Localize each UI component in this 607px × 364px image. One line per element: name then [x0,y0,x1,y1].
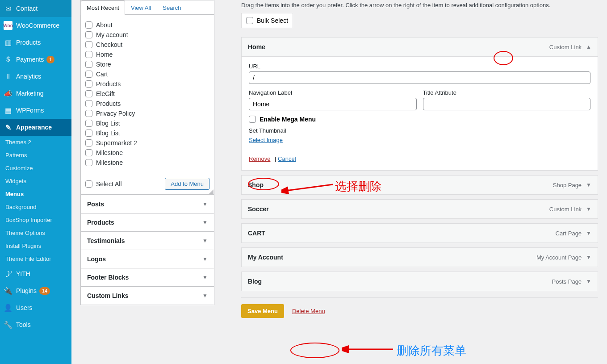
pages-checklist[interactable]: AboutMy accountCheckoutHomeStoreCartProd… [81,15,214,173]
title-attr-input[interactable] [423,98,591,110]
page-label: My account [96,31,128,38]
remove-link[interactable]: Remove [249,155,270,162]
page-checkbox-row[interactable]: Store [85,59,209,69]
page-checkbox[interactable] [85,41,92,48]
subitem-customize[interactable]: Customize [0,162,71,175]
subitem-theme-options[interactable]: Theme Options [0,226,71,239]
caret-down-icon[interactable]: ▼ [586,230,591,236]
mega-menu-checkbox[interactable] [249,116,256,123]
page-checkbox-row[interactable]: Checkout [85,40,209,50]
page-checkbox-row[interactable]: About [85,20,209,30]
page-checkbox[interactable] [85,139,92,146]
accordion-head-footer-blocks[interactable]: Footer Blocks▼ [80,268,214,287]
page-label: Blog List [96,130,120,137]
subitem-widgets[interactable]: Widgets [0,175,71,188]
accordion-label: Custom Links [87,292,129,299]
select-all-checkbox[interactable] [85,180,92,188]
sidebar-item-analytics[interactable]: ⫴Analytics [0,68,71,85]
menu-item-head[interactable]: ShopShop Page▼ [242,176,598,194]
page-checkbox-row[interactable]: Blog List [85,128,209,138]
menu-item-head[interactable]: Home Custom Link▲ [242,38,598,56]
subitem-themes[interactable]: Themes 2 [0,136,71,149]
subitem-menus[interactable]: Menus [0,188,71,201]
tab-search[interactable]: Search [157,0,187,15]
page-checkbox[interactable] [85,159,92,166]
page-checkbox-row[interactable]: Cart [85,69,209,79]
envelope-icon: ✉ [4,4,13,13]
page-checkbox[interactable] [85,31,92,38]
accordion-head-logos[interactable]: Logos▼ [80,250,214,268]
resize-handle-icon[interactable] [209,189,214,194]
sidebar-item-marketing[interactable]: 📣Marketing [0,85,71,102]
accordion-head-testimonials[interactable]: Testimonials▼ [80,232,214,250]
accordion-head-products[interactable]: Products▼ [80,213,214,232]
caret-down-icon[interactable]: ▼ [586,206,591,212]
select-image-link[interactable]: Select Image [249,137,283,143]
sidebar-item-tools[interactable]: 🔧Tools [0,316,71,333]
sidebar-item-plugins[interactable]: 🔌Plugins14 [0,282,71,299]
page-checkbox-row[interactable]: My account [85,30,209,40]
page-checkbox[interactable] [85,71,92,78]
url-input[interactable] [249,71,590,84]
mega-menu-row[interactable]: Enable Mega Menu [249,116,590,123]
bulk-select-checkbox[interactable] [246,17,253,24]
accordion-head-custom-links[interactable]: Custom Links▼ [80,287,214,305]
page-checkbox[interactable] [85,21,92,29]
bulk-select-box[interactable]: Bulk Select [241,13,293,28]
sidebar-item-contact[interactable]: ✉Contact [0,0,71,17]
subitem-theme-file-editor[interactable]: Theme File Editor [0,252,71,265]
cancel-link[interactable]: Cancel [278,155,296,162]
page-checkbox[interactable] [85,130,92,137]
page-checkbox-row[interactable]: Products [85,79,209,89]
select-all-row[interactable]: Select All [85,179,122,189]
sidebar-item-users[interactable]: 👤Users [0,299,71,316]
menu-item-head[interactable]: CARTCart Page▼ [242,224,598,243]
sidebar-item-yith[interactable]: 𝓨YITH [0,265,71,282]
page-checkbox[interactable] [85,149,92,156]
page-checkbox-row[interactable]: Products [85,99,209,109]
page-checkbox-row[interactable]: Privacy Policy [85,109,209,118]
page-checkbox-row[interactable]: Blog List [85,118,209,128]
page-checkbox[interactable] [85,120,92,127]
page-checkbox-row[interactable]: EleGift [85,89,209,99]
tab-view-all[interactable]: View All [125,0,157,15]
subitem-patterns[interactable]: Patterns [0,149,71,162]
page-checkbox[interactable] [85,61,92,68]
subitem-install-plugins[interactable]: Install Plugins [0,239,71,252]
archive-icon: ▥ [4,38,13,47]
chart-icon: ⫴ [4,72,13,81]
caret-down-icon[interactable]: ▼ [586,182,591,188]
page-checkbox-row[interactable]: Home [85,50,209,59]
page-checkbox[interactable] [85,80,92,88]
sidebar-item-appearance[interactable]: ✎Appearance [0,119,71,136]
subitem-boxshop-importer[interactable]: BoxShop Importer [0,213,71,226]
menu-item-head[interactable]: BlogPosts Page▼ [242,272,598,291]
caret-down-icon[interactable]: ▼ [586,254,591,260]
caret-down-icon[interactable]: ▼ [586,278,591,285]
menu-item-head[interactable]: SoccerCustom Link▼ [242,200,598,218]
page-checkbox-row[interactable]: Supermarket 2 [85,138,209,148]
sidebar-item-products[interactable]: ▥Products [0,34,71,51]
page-checkbox[interactable] [85,100,92,107]
menu-item-head[interactable]: My AccountMy Account Page▼ [242,248,598,267]
nav-label-input[interactable] [249,98,417,110]
nav-label-label: Navigation Label [249,89,417,96]
page-checkbox[interactable] [85,51,92,58]
page-checkbox[interactable] [85,110,92,117]
page-label: Cart [96,71,108,78]
tab-most-recent[interactable]: Most Recent [81,0,125,15]
save-menu-button[interactable]: Save Menu [241,304,284,318]
page-checkbox[interactable] [85,90,92,97]
add-items-column: Most Recent View All Search AboutMy acco… [80,0,214,305]
page-checkbox-row[interactable]: Milestone [85,158,209,167]
caret-up-icon[interactable]: ▲ [586,44,591,50]
add-to-menu-button[interactable]: Add to Menu [165,178,209,190]
sidebar-item-woocommerce[interactable]: WooWooCommerce [0,17,71,34]
sidebar-item-payments[interactable]: ＄Payments1 [0,51,71,68]
title-attr-label: Title Attribute [423,89,591,96]
subitem-background[interactable]: Background [0,201,71,213]
accordion-head-posts[interactable]: Posts▼ [80,195,214,213]
delete-menu-link[interactable]: Delete Menu [292,308,325,314]
sidebar-item-wpforms[interactable]: ▤WPForms [0,102,71,119]
page-checkbox-row[interactable]: Milestone [85,148,209,158]
